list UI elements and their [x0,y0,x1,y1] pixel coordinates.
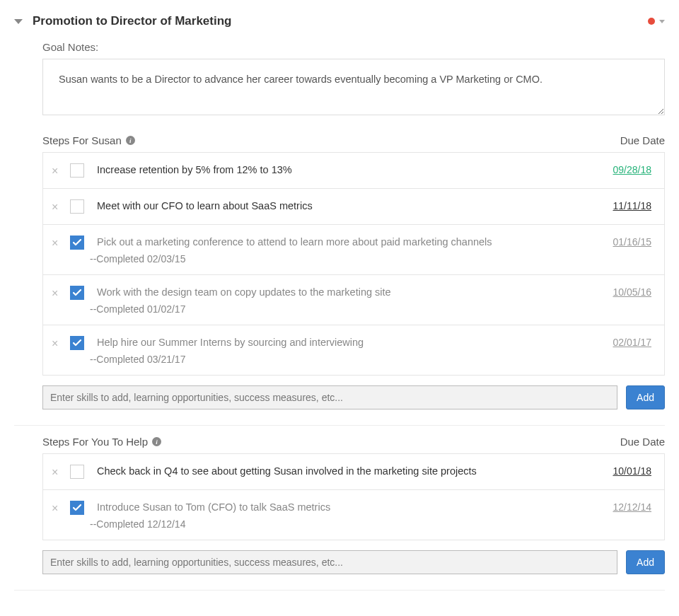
collapse-caret-icon[interactable] [14,19,23,24]
step-completed-label: --Completed 03/21/17 [90,354,605,365]
status-dropdown[interactable] [648,18,665,25]
step-due-date[interactable]: 09/28/18 [613,163,652,175]
add-step-input-susan[interactable] [42,385,617,409]
remove-step-icon[interactable]: × [52,200,64,214]
step-checkbox[interactable] [70,199,84,214]
section-title-you: Steps For You To Help [42,436,148,448]
step-text: Meet with our CFO to learn about SaaS me… [97,200,605,211]
step-text: Check back in Q4 to see about getting Su… [97,465,605,477]
steps-list-you: ×Check back in Q4 to see about getting S… [42,453,665,540]
step-due-date[interactable]: 10/01/18 [613,464,652,477]
goal-notes-label: Goal Notes: [42,41,665,53]
status-dot-icon [648,18,655,25]
step-row: ×Help hire our Summer Interns by sourcin… [43,325,664,376]
step-checkbox[interactable] [70,465,84,479]
remove-step-icon[interactable]: × [52,286,64,301]
step-row: ×Check back in Q4 to see about getting S… [43,454,664,490]
due-date-header: Due Date [620,134,665,146]
step-row: ×Meet with our CFO to learn about SaaS m… [43,189,664,225]
remove-step-icon[interactable]: × [52,164,64,178]
step-text: Work with the design team on copy update… [97,286,605,298]
add-step-button-you[interactable]: Add [626,550,665,574]
step-checkbox[interactable] [70,336,84,350]
step-checkbox[interactable] [70,286,84,300]
step-completed-label: --Completed 12/12/14 [90,518,605,530]
remove-step-icon[interactable]: × [52,465,64,480]
remove-step-icon[interactable]: × [52,337,64,351]
due-date-header: Due Date [620,436,665,448]
step-due-date[interactable]: 01/16/15 [613,235,652,248]
step-due-date[interactable]: 11/11/18 [613,199,652,211]
step-text: Help hire our Summer Interns by sourcing… [97,337,605,348]
remove-step-icon[interactable]: × [52,236,64,250]
step-due-date[interactable]: 10/05/16 [613,285,652,298]
step-due-date[interactable]: 12/12/14 [613,500,652,513]
goal-notes-textarea[interactable] [42,59,665,115]
step-row: ×Increase retention by 5% from 12% to 13… [43,153,664,189]
info-icon[interactable]: i [126,136,135,145]
step-due-date[interactable]: 02/01/17 [613,335,652,348]
add-step-input-you[interactable] [42,550,617,574]
step-text: Pick out a marketing conference to atten… [97,236,605,248]
step-completed-label: --Completed 02/03/15 [90,253,605,265]
step-text: Increase retention by 5% from 12% to 13% [97,164,605,175]
step-row: ×Pick out a marketing conference to atte… [43,225,664,275]
step-completed-label: --Completed 01/02/17 [90,303,605,315]
section-title-susan: Steps For Susan [42,134,122,146]
steps-list-susan: ×Increase retention by 5% from 12% to 13… [42,152,665,376]
step-text: Introduce Susan to Tom (CFO) to talk Saa… [97,501,605,513]
info-icon[interactable]: i [152,437,161,446]
chevron-down-icon [659,20,665,23]
step-row: ×Introduce Susan to Tom (CFO) to talk Sa… [43,490,664,540]
remove-step-icon[interactable]: × [52,501,64,516]
step-checkbox[interactable] [70,501,84,515]
step-row: ×Work with the design team on copy updat… [43,275,664,325]
step-checkbox[interactable] [70,236,84,250]
add-step-button-susan[interactable]: Add [626,385,665,409]
step-checkbox[interactable] [70,163,84,178]
goal-title: Promotion to Director of Marketing [33,14,638,28]
